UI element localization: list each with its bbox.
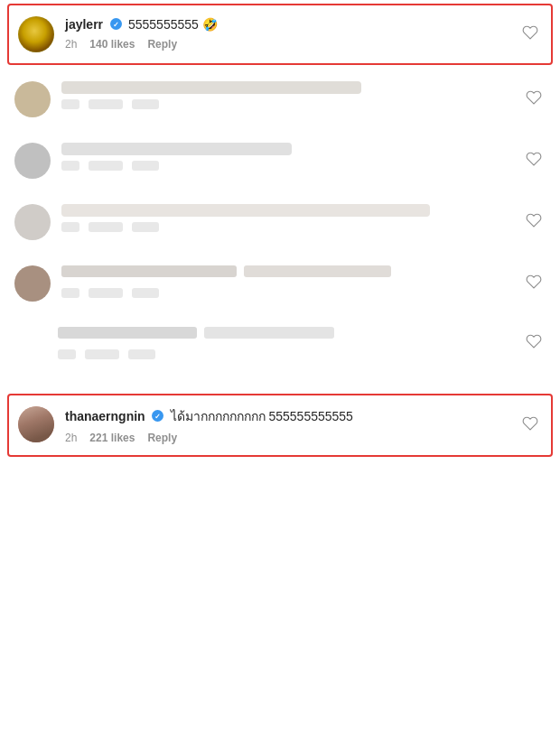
blurred-meta-5-3 [132, 288, 159, 298]
comment-text-1: 5555555555 🤣 [128, 17, 218, 32]
blurred-meta-3-1 [61, 161, 79, 171]
blurred-comment-2 [0, 69, 560, 130]
comment-content-1: jaylerr 5555555555 🤣 2h 140 likes Reply [65, 16, 518, 51]
blurred-comment-6 [58, 314, 560, 372]
heart-icon-6 [526, 333, 542, 349]
blurred-meta-4-1 [61, 222, 79, 232]
blurred-line-5-1 [61, 265, 237, 277]
heart-icon-4 [526, 212, 542, 228]
blurred-meta-5-1 [61, 288, 79, 298]
comment-text-7: ได้มากกกกกกกกก 555555555555 [171, 409, 353, 423]
blurred-line-4-1 [61, 204, 430, 217]
blurred-meta-5 [61, 288, 522, 298]
blurred-content-4 [61, 204, 522, 232]
blurred-meta-6-1 [58, 349, 76, 359]
comment-meta-1: 2h 140 likes Reply [65, 38, 518, 51]
blurred-meta-4 [61, 222, 522, 232]
comment-content-7: thanaerngnin ได้มากกกกกกกกก 555555555555… [65, 406, 518, 444]
reply-button-1[interactable]: Reply [147, 38, 177, 51]
blurred-content-5 [61, 265, 522, 298]
heart-button-2[interactable] [522, 86, 546, 113]
blurred-content-2 [61, 81, 522, 109]
blurred-line-3-1 [61, 143, 292, 155]
username-jaylerr: jaylerr [65, 17, 103, 32]
comment-likes-1: 140 likes [89, 38, 135, 51]
comment-time-1: 2h [65, 38, 77, 51]
blurred-meta-4-2 [89, 222, 123, 232]
verified-icon-7 [152, 410, 163, 422]
blurred-meta-6-3 [128, 349, 155, 359]
avatar-blurred-2 [14, 81, 51, 117]
blurred-meta-3-3 [132, 161, 159, 171]
comment-item-7: thanaerngnin ได้มากกกกกกกกก 555555555555… [7, 394, 553, 457]
blurred-meta-2-3 [132, 99, 159, 109]
blurred-comment-6-wrapper [0, 314, 560, 372]
blurred-meta-5-2 [89, 288, 123, 298]
heart-button-5[interactable] [522, 270, 546, 297]
heart-button-1[interactable] [518, 21, 542, 48]
heart-button-3[interactable] [522, 147, 546, 174]
heart-icon-1 [522, 24, 538, 41]
heart-icon-7 [522, 415, 538, 432]
heart-icon-5 [526, 274, 542, 290]
avatar-thanaerngnin [18, 406, 54, 442]
comment-item-1: jaylerr 5555555555 🤣 2h 140 likes Reply [7, 4, 553, 65]
heart-icon-3 [526, 151, 542, 167]
blurred-meta-3 [61, 161, 522, 171]
blurred-meta-2 [61, 99, 522, 109]
blurred-line-6-1 [58, 327, 197, 339]
verified-icon-1 [110, 18, 122, 30]
blurred-meta-3-2 [89, 161, 123, 171]
blurred-meta-6 [58, 349, 522, 359]
blurred-line-6-2 [204, 327, 334, 339]
avatar-blurred-3 [14, 143, 51, 179]
comment-meta-7: 2h 221 likes Reply [65, 432, 518, 444]
heart-button-4[interactable] [522, 209, 546, 236]
heart-button-6[interactable] [522, 330, 546, 357]
avatar-blurred-4 [14, 204, 51, 240]
heart-button-7[interactable] [518, 412, 542, 439]
blurred-meta-4-3 [132, 222, 159, 232]
blurred-comment-5 [0, 253, 560, 314]
avatar-jaylerr [18, 16, 54, 52]
heart-icon-2 [526, 89, 542, 106]
avatar-blurred-5 [14, 265, 51, 302]
username-thanaerngnin: thanaerngnin [65, 409, 145, 423]
blurred-content-3 [61, 143, 522, 171]
blurred-comment-4 [0, 191, 560, 253]
comment-likes-7: 221 likes [89, 432, 135, 444]
blurred-line-2-1 [61, 81, 361, 94]
comment-time-7: 2h [65, 432, 77, 444]
blurred-content-6 [58, 327, 522, 359]
blurred-meta-2-2 [89, 99, 123, 109]
blurred-comment-3 [0, 130, 560, 191]
blurred-line-5-2 [244, 265, 391, 277]
blurred-meta-2-1 [61, 99, 79, 109]
blurred-meta-6-2 [85, 349, 119, 359]
reply-button-7[interactable]: Reply [147, 432, 177, 444]
